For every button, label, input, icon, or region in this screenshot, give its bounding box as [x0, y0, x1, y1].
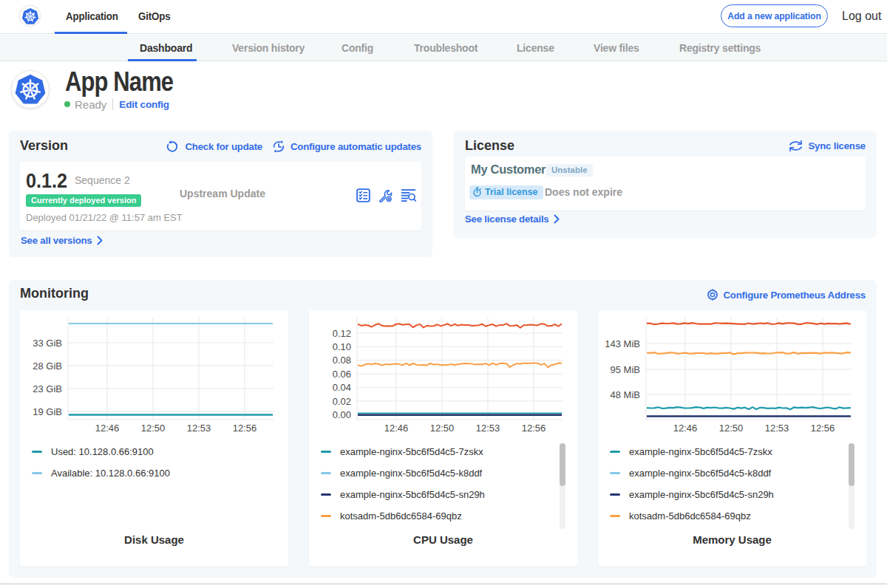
svg-text:33 GiB: 33 GiB — [33, 338, 62, 349]
svg-text:12:53: 12:53 — [476, 423, 500, 434]
svg-text:12:50: 12:50 — [430, 423, 455, 434]
svg-text:143 MiB: 143 MiB — [605, 338, 640, 349]
svg-text:0.08: 0.08 — [333, 355, 351, 366]
svg-text:12:46: 12:46 — [673, 423, 698, 434]
svg-text:12:46: 12:46 — [384, 423, 409, 434]
svg-text:95 MiB: 95 MiB — [611, 364, 640, 375]
svg-text:12:50: 12:50 — [719, 423, 744, 434]
svg-text:0.02: 0.02 — [333, 396, 351, 407]
svg-text:0.10: 0.10 — [333, 341, 351, 352]
svg-text:12:53: 12:53 — [765, 423, 789, 434]
svg-text:12:56: 12:56 — [522, 423, 546, 434]
svg-text:12:46: 12:46 — [95, 423, 120, 434]
svg-text:48 MiB: 48 MiB — [611, 389, 640, 400]
svg-text:12:56: 12:56 — [233, 423, 257, 434]
svg-text:0.06: 0.06 — [333, 369, 351, 380]
svg-text:0.04: 0.04 — [333, 382, 351, 393]
svg-text:0.12: 0.12 — [333, 328, 351, 339]
svg-text:12:56: 12:56 — [811, 423, 835, 434]
svg-text:19 GiB: 19 GiB — [33, 406, 62, 417]
svg-text:0.00: 0.00 — [333, 409, 351, 420]
svg-text:12:50: 12:50 — [141, 423, 166, 434]
svg-text:28 GiB: 28 GiB — [33, 360, 62, 372]
svg-text:12:53: 12:53 — [187, 423, 211, 434]
svg-text:23 GiB: 23 GiB — [33, 383, 62, 394]
